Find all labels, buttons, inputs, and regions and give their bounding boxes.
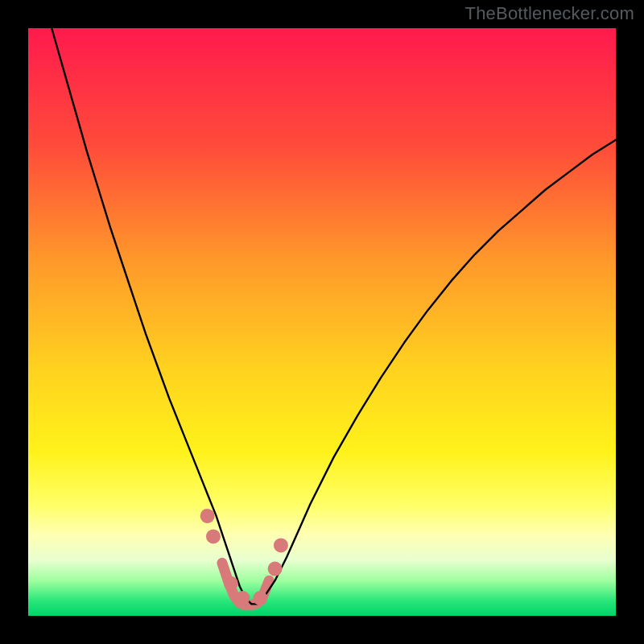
- chart-svg: [28, 28, 616, 616]
- curve-marker: [235, 591, 250, 605]
- curve-marker: [224, 576, 238, 591]
- bottleneck-curve: [52, 28, 616, 604]
- watermark-text: TheBottlenecker.com: [465, 3, 634, 24]
- curve-marker: [253, 591, 267, 605]
- plot-area: [28, 28, 616, 616]
- chart-frame: TheBottlenecker.com: [0, 0, 644, 644]
- curve-marker: [274, 538, 288, 552]
- curve-marker: [206, 529, 221, 543]
- curve-marker: [200, 509, 215, 523]
- curve-marker: [268, 562, 283, 576]
